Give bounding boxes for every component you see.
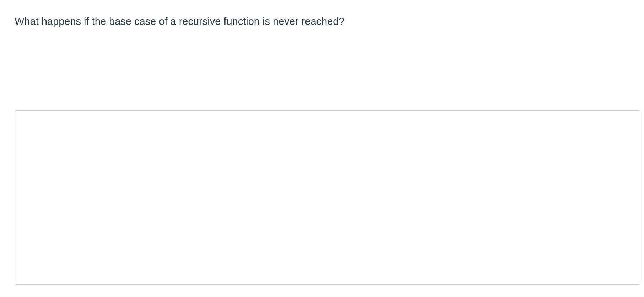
question-prompt: What happens if the base case of a recur…: [15, 14, 644, 29]
answer-input[interactable]: [15, 110, 640, 285]
question-container: What happens if the base case of a recur…: [0, 0, 644, 297]
